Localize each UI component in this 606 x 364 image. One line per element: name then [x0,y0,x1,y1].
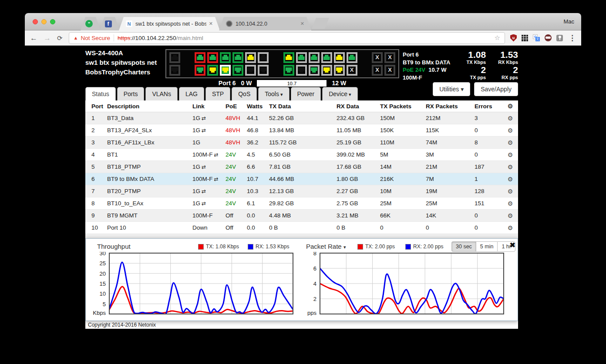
tab-tools[interactable]: Tools ▾ [258,87,289,101]
port-led[interactable] [195,65,205,76]
grid-extension-icon[interactable] [522,35,528,41]
table-row[interactable]: 4BT1100M-F⇄24V4.56.50 GB399.02 MB5M3M0⚙ [85,149,518,161]
tab-status[interactable]: Status [85,87,116,101]
not-secure-label[interactable]: Not Secure [81,35,110,41]
content-panel: PortDescriptionLinkPoEWattsTX DataRX Dat… [85,100,518,329]
ublock-extension-icon[interactable]: u [510,34,517,42]
port-led[interactable] [283,52,294,63]
tab-stp[interactable]: STP [205,87,230,101]
port-led[interactable] [169,65,180,76]
minimize-window-button[interactable] [41,19,47,24]
port-led[interactable] [195,52,205,63]
port-led[interactable]: X [372,65,383,76]
tab-device[interactable]: Device ▾ [322,87,357,101]
gear-icon[interactable]: ⚙ [502,103,518,110]
port-led[interactable] [232,52,243,63]
port-led-selected[interactable] [220,65,231,76]
close-window-button[interactable] [33,19,38,24]
table-row[interactable]: 7BT20_PTMP1G⇄24V10.312.13 GB2.27 GB10M19… [85,185,518,197]
port-led[interactable] [207,52,218,63]
port-led[interactable] [283,65,294,76]
window-controls [33,19,55,24]
port-led[interactable] [258,52,269,63]
cell-link: 1G⇄ [192,115,226,121]
port-led[interactable] [296,65,307,76]
port-led[interactable]: X [384,52,395,63]
cell-description: BT9 to BMx DATA [107,176,192,182]
translate-extension-icon[interactable]: G文 [533,34,540,41]
power-meter-port-label: Port 6 [219,80,236,87]
port-led[interactable] [169,52,180,63]
gear-icon[interactable]: ⚙ [502,200,518,207]
port-led[interactable] [245,65,256,76]
throughput-chart: 51015202530Kbps [90,252,294,316]
svg-text:6: 6 [313,265,316,272]
gear-icon[interactable]: ⚙ [502,139,518,146]
table-row[interactable]: 9BT9 MGMT100M-FOff0.04.48 MB3.21 MB66K14… [85,210,518,222]
tab-close-icon[interactable]: ✕ [209,21,213,27]
port-led[interactable]: X [372,52,383,63]
port-led[interactable] [309,65,320,76]
zoom-window-button[interactable] [50,19,55,24]
forward-button[interactable]: → [44,34,51,42]
gear-icon[interactable]: ⚙ [502,176,518,183]
lightbulb-extension-icon[interactable] [556,35,563,41]
pinned-tab-facebook[interactable]: f [100,17,120,30]
selected-port-poe: PoE 24V [403,67,425,73]
tab-close-icon[interactable]: ✕ [300,21,304,27]
reload-button[interactable]: ⟳ [57,35,63,41]
gear-icon[interactable]: ⚙ [502,151,518,158]
gear-icon[interactable]: ⚙ [502,212,518,219]
port-led[interactable]: X [347,65,357,76]
tab-lag[interactable]: LAG [179,87,204,101]
address-bar[interactable]: ▲ Not Secure https://100.104.22.250/main… [69,32,505,44]
table-row[interactable]: 8BT10_to_EAx1G⇄24V6.129.82 GB2.75 GB25M2… [85,197,518,210]
tab-vlans[interactable]: VLANs [145,87,178,101]
cell-errors: 151 [475,200,502,207]
tab-ports[interactable]: Ports [117,87,145,101]
table-row[interactable]: 2BT13_AF24_SLx1G⇄48VH46.813.84 MB11.05 M… [85,124,518,137]
browser-menu-icon[interactable]: ⋮ [569,33,576,43]
port-led[interactable] [245,52,256,63]
table-row[interactable]: 3BT16_AF11x_LBx1G48VH36.2115.72 GB25.19 … [85,137,518,149]
table-row[interactable]: 6BT9 to BMx DATA100M-F⇄24V10.744.66 MB1.… [85,173,518,185]
port-led[interactable] [207,65,218,76]
port-led[interactable] [321,65,332,76]
gear-icon[interactable]: ⚙ [502,224,518,231]
range-button-30-sec[interactable]: 30 sec [451,241,476,252]
port-led[interactable] [258,65,269,76]
bookmark-star-icon[interactable]: ☆ [495,34,500,42]
cell-link: 1G⇄ [192,127,226,134]
save-apply-button[interactable]: Save/Apply [474,82,518,96]
port-led[interactable] [296,52,307,63]
port-led[interactable] [334,65,345,76]
table-row[interactable]: 10Port 10DownOff0.00 B0 B000⚙ [85,222,518,234]
utilities-button[interactable]: Utilities ▾ [433,82,470,96]
table-row[interactable]: 5BT18_PTMP1G⇄24V6.67.81 GB17.68 GB14M21M… [85,161,518,173]
port-led[interactable]: X [384,65,395,76]
packet-rate-title[interactable]: Packet Rate ▾ [306,243,346,250]
gear-icon[interactable]: ⚙ [502,188,518,195]
port-led[interactable] [347,52,357,63]
cell-watts: 6.6 [247,164,269,170]
port-led[interactable] [321,52,332,63]
tab-qos[interactable]: QoS [232,87,257,101]
power-meter-max-label: 12 W [332,80,346,87]
browser-tab-active[interactable]: N sw1 btx spitwspots net - Bobs ✕ [119,17,220,30]
port-led[interactable] [232,65,243,76]
range-button-5-min[interactable]: 5 min [476,241,498,252]
port-led[interactable] [309,52,320,63]
privacy-mask-extension-icon[interactable] [545,34,552,41]
gear-icon[interactable]: ⚙ [502,115,518,122]
tab-power[interactable]: Power [291,87,321,101]
new-tab-button[interactable] [312,18,329,29]
browser-tab-2[interactable]: 100.104.22.0 ✕ [219,17,311,30]
pinned-tab-chat[interactable]: ” [81,17,101,30]
port-led[interactable] [220,52,231,63]
close-charts-icon[interactable]: ✖ [510,241,515,249]
table-row[interactable]: 1BT3_Data1G⇄48VH44.152.26 GB232.43 GB150… [85,112,518,124]
port-led[interactable] [334,52,345,63]
back-button[interactable]: ← [30,34,37,42]
gear-icon[interactable]: ⚙ [502,164,518,170]
gear-icon[interactable]: ⚙ [502,127,518,134]
